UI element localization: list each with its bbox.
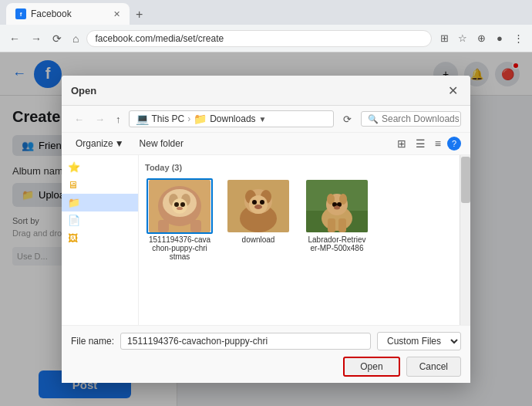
svg-point-18 [260, 200, 264, 205]
organize-button[interactable]: Organize ▼ [71, 136, 129, 151]
svg-rect-30 [338, 218, 346, 232]
extension-icon: ⊞ [436, 31, 452, 46]
tab-bar: f Facebook ✕ + [0, 0, 532, 25]
svg-rect-9 [158, 220, 169, 232]
browser-chrome: f Facebook ✕ + ← → ⟳ ⌂ ⊞ ☆ ⊕ ● ⋮ [0, 0, 532, 52]
back-button[interactable]: ← [6, 31, 23, 46]
new-folder-button[interactable]: New folder [135, 136, 188, 151]
dialog-body: ⭐ 🖥 📁 📄 🖼 T [62, 155, 470, 325]
active-tab: f Facebook ✕ [6, 3, 130, 25]
tab-label: Facebook [31, 8, 72, 19]
forward-button[interactable]: → [28, 31, 45, 46]
breadcrumb-this-pc: This PC [152, 113, 185, 124]
dialog-title: Open [71, 85, 444, 96]
file-thumb-1 [146, 178, 213, 234]
breadcrumb-bar[interactable]: 💻 This PC › 📁 Downloads ▼ [129, 110, 335, 127]
dialog-close-button[interactable]: ✕ [444, 82, 461, 99]
open-button[interactable]: Open [343, 357, 399, 377]
dialog-action-toolbar: Organize ▼ New folder ⊞ ☰ ≡ ? [62, 133, 470, 155]
file-thumb-3 [304, 178, 370, 234]
dialog-overlay: Open ✕ ← → ↑ 💻 This PC › 📁 Downloads ▼ ⟳ [0, 52, 532, 406]
dialog-titlebar: Open ✕ [62, 76, 470, 106]
filename-label: File name: [71, 336, 114, 347]
browser-icons: ⊞ ☆ ⊕ ● ⋮ [436, 31, 526, 46]
svg-point-6 [174, 202, 179, 207]
svg-point-8 [177, 207, 183, 210]
svg-point-17 [252, 200, 257, 205]
view-list-button[interactable]: ☰ [412, 136, 429, 151]
view-icons: ⊞ ☰ ≡ ? [394, 136, 461, 151]
svg-rect-10 [190, 220, 201, 232]
profile-icon[interactable]: ● [492, 31, 507, 46]
tab-favicon: f [15, 8, 26, 19]
svg-point-7 [180, 202, 185, 207]
file-name-3: Labrador-Retriev er-MP-500x486 [303, 235, 371, 252]
scrollbar-thumb[interactable] [461, 157, 470, 203]
search-icon: 🔍 [368, 114, 379, 124]
downloads-icon: 📁 [68, 197, 80, 208]
nav-item-quick-access[interactable]: ⭐ [62, 158, 138, 176]
file-thumb-2 [225, 178, 291, 234]
list-item[interactable]: Labrador-Retriev er-MP-500x486 [302, 178, 372, 261]
quick-access-icon: ⭐ [68, 161, 80, 173]
tab-close-icon[interactable]: ✕ [113, 9, 120, 19]
dialog-left-nav: ⭐ 🖥 📁 📄 🖼 [62, 155, 139, 325]
dialog-forward-button[interactable]: → [92, 112, 108, 127]
list-item[interactable]: download [224, 178, 293, 261]
nav-item-pictures[interactable]: 🖼 [62, 229, 138, 247]
nav-item-desktop[interactable]: 🖥 [62, 176, 138, 194]
nav-item-downloads[interactable]: 📁 [62, 194, 138, 211]
search-input[interactable] [382, 113, 459, 124]
menu-icon[interactable]: ⋮ [510, 31, 526, 46]
reload-button[interactable]: ⟳ [49, 31, 65, 46]
breadcrumb-this-pc-icon: 💻 [136, 113, 149, 125]
dialog-nav-toolbar: ← → ↑ 💻 This PC › 📁 Downloads ▼ ⟳ 🔍 [62, 106, 470, 133]
breadcrumb-current: Downloads [210, 113, 255, 124]
action-row: Open Cancel [71, 357, 461, 377]
scrollbar-track[interactable] [460, 155, 470, 325]
filename-row: File name: Custom Files [71, 332, 461, 350]
open-dialog: Open ✕ ← → ↑ 💻 This PC › 📁 Downloads ▼ ⟳ [62, 76, 470, 383]
filename-input[interactable] [120, 333, 371, 350]
svg-point-28 [334, 206, 340, 210]
organize-label: Organize [76, 138, 113, 149]
desktop-icon: 🖥 [68, 179, 78, 191]
facebook-page: ← f + 🔔 🔴 Create album 👥 Friends Album n… [0, 52, 532, 406]
svg-rect-29 [328, 218, 335, 232]
cancel-button[interactable]: Cancel [406, 357, 461, 377]
dialog-refresh-button[interactable]: ⟳ [338, 112, 356, 127]
file-grid: 1511194376-cava chon-puppy-chri stmas [145, 178, 453, 261]
star-icon[interactable]: ☆ [455, 31, 470, 46]
new-folder-label: New folder [140, 138, 184, 149]
view-grid-button[interactable]: ⊞ [394, 136, 409, 151]
nav-item-documents[interactable]: 📄 [62, 211, 138, 229]
breadcrumb-dropdown-icon[interactable]: ▼ [259, 115, 267, 123]
address-bar: ← → ⟳ ⌂ ⊞ ☆ ⊕ ● ⋮ [0, 25, 532, 52]
organize-dropdown-icon: ▼ [115, 138, 124, 149]
address-input[interactable] [86, 30, 432, 47]
breadcrumb-sep1: › [187, 113, 190, 124]
help-button[interactable]: ? [447, 137, 461, 151]
search-box: 🔍 [361, 111, 461, 127]
new-tab-button[interactable]: + [130, 5, 149, 25]
home-button[interactable]: ⌂ [69, 31, 82, 46]
list-item[interactable]: 1511194376-cava chon-puppy-chri stmas [145, 178, 214, 261]
puzzle-icon[interactable]: ⊕ [473, 31, 489, 46]
dialog-footer: File name: Custom Files Open Cancel [62, 325, 470, 383]
file-name-1: 1511194376-cava chon-puppy-chri stmas [146, 235, 214, 261]
file-name-2: download [242, 235, 275, 244]
documents-icon: 📄 [68, 215, 80, 226]
dialog-file-content: Today (3) [139, 155, 460, 325]
filetype-select[interactable]: Custom Files [377, 332, 461, 350]
dialog-up-button[interactable]: ↑ [113, 112, 124, 127]
dialog-back-button[interactable]: ← [71, 112, 87, 127]
breadcrumb-folder-icon: 📁 [194, 113, 207, 125]
svg-point-5 [172, 198, 187, 214]
svg-point-19 [254, 205, 262, 209]
view-details-button[interactable]: ≡ [432, 136, 444, 151]
section-label: Today (3) [145, 161, 453, 174]
pictures-icon: 🖼 [68, 232, 78, 244]
